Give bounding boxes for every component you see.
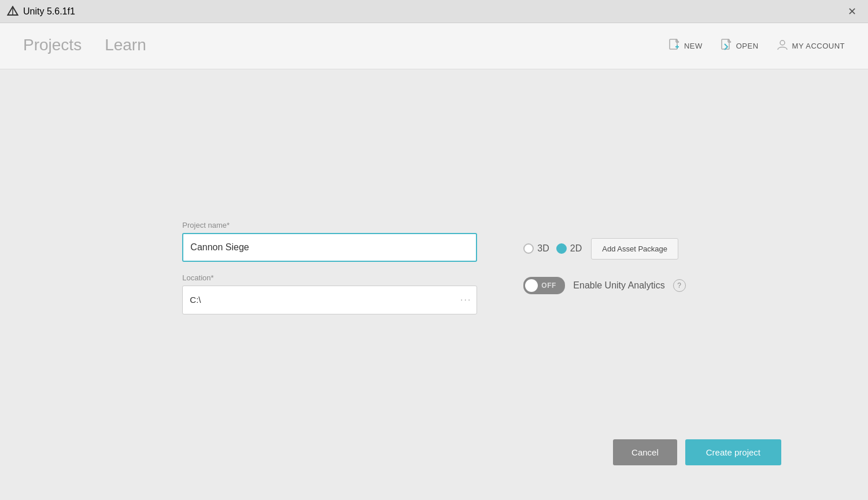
toggle-knob <box>525 279 538 292</box>
account-icon <box>776 38 789 54</box>
radio-2d-label: 2D <box>570 243 582 254</box>
nav-bar: Projects Learn NEW <box>0 23 868 69</box>
location-wrapper: ··· <box>182 286 477 314</box>
open-icon <box>720 38 733 54</box>
unity-logo-icon <box>7 6 19 17</box>
location-field: Location* ··· <box>182 273 477 314</box>
radio-3d-circle <box>523 243 534 254</box>
new-action[interactable]: NEW <box>668 38 703 54</box>
account-action[interactable]: MY ACCOUNT <box>776 38 845 54</box>
browse-button[interactable]: ··· <box>460 295 471 305</box>
account-label: MY ACCOUNT <box>792 42 845 50</box>
radio-3d-label: 3D <box>537 243 549 254</box>
tab-learn[interactable]: Learn <box>105 36 146 57</box>
cancel-button[interactable]: Cancel <box>613 439 677 465</box>
create-project-button[interactable]: Create project <box>685 439 781 465</box>
add-asset-package-button[interactable]: Add Asset Package <box>591 238 678 260</box>
nav-actions: NEW OPEN MY ACCOUNT <box>668 38 845 54</box>
radio-2d-circle <box>556 243 567 254</box>
tab-projects[interactable]: Projects <box>23 36 82 57</box>
new-label: NEW <box>684 42 703 50</box>
title-bar-text: Unity 5.6.1f1 <box>23 6 75 17</box>
close-button[interactable]: ✕ <box>844 5 860 18</box>
open-label: OPEN <box>736 42 759 50</box>
location-input[interactable] <box>182 286 477 314</box>
project-name-field: Project name* <box>182 221 477 262</box>
button-row: Cancel Create project <box>613 439 781 465</box>
radio-group: 3D 2D <box>523 243 582 254</box>
title-bar: Unity 5.6.1f1 ✕ <box>0 0 868 23</box>
svg-point-13 <box>780 40 785 45</box>
form-left: Project name* Location* ··· <box>182 221 477 314</box>
project-name-label: Project name* <box>182 221 477 229</box>
enable-analytics-label: Enable Unity Analytics <box>573 280 664 291</box>
new-icon <box>668 38 681 54</box>
analytics-row: OFF Enable Unity Analytics ? <box>523 277 685 294</box>
open-action[interactable]: OPEN <box>720 38 759 54</box>
project-name-input[interactable] <box>182 233 477 262</box>
analytics-help-icon[interactable]: ? <box>673 279 686 292</box>
main-content: Project name* Location* ··· 3D <box>0 69 868 500</box>
analytics-toggle[interactable]: OFF <box>523 277 565 294</box>
dimension-row: 3D 2D Add Asset Package <box>523 238 685 260</box>
location-label: Location* <box>182 273 477 282</box>
toggle-state-label: OFF <box>541 282 556 290</box>
form-right: 3D 2D Add Asset Package OFF Enable Unity… <box>523 221 685 294</box>
radio-2d[interactable]: 2D <box>556 243 582 254</box>
radio-3d[interactable]: 3D <box>523 243 549 254</box>
form-container: Project name* Location* ··· 3D <box>182 221 685 314</box>
